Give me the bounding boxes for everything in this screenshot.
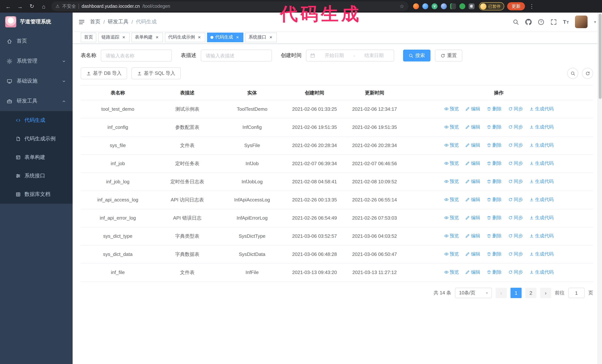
preview-link[interactable]: 预览 — [444, 141, 459, 149]
toggle-search-button[interactable] — [567, 68, 578, 79]
page-scrollbar[interactable] — [598, 13, 602, 364]
next-page-button[interactable]: › — [540, 288, 551, 298]
browser-forward-icon[interactable]: → — [16, 2, 24, 11]
generate-code-link[interactable]: 生成代码 — [530, 268, 554, 276]
browser-home-icon[interactable]: ⌂ — [39, 2, 48, 11]
sidebar-item-dev-tools[interactable]: 研发工具 — [0, 91, 73, 111]
edit-link[interactable]: 编辑 — [465, 250, 480, 258]
preview-link[interactable]: 预览 — [444, 250, 459, 258]
edit-link[interactable]: 编辑 — [465, 214, 480, 222]
sidebar-item-home[interactable]: 首页 — [0, 31, 73, 51]
sync-link[interactable]: 同步 — [508, 250, 523, 258]
sync-link[interactable]: 同步 — [508, 214, 523, 222]
breadcrumb-home[interactable]: 首页 — [90, 19, 100, 25]
browser-reload-icon[interactable]: ↻ — [27, 2, 36, 11]
sidebar-item-db-docs[interactable]: 数据库文档 — [0, 185, 73, 204]
tab-close-icon[interactable]: × — [121, 35, 126, 40]
prev-page-button[interactable]: ‹ — [496, 288, 507, 298]
github-icon[interactable] — [525, 19, 532, 25]
extension-icon-orange[interactable] — [413, 3, 419, 9]
edit-link[interactable]: 编辑 — [465, 232, 480, 240]
sync-link[interactable]: 同步 — [508, 141, 523, 149]
sync-link[interactable]: 同步 — [508, 159, 523, 167]
browser-back-icon[interactable]: ← — [4, 2, 13, 11]
tab-close-icon[interactable]: × — [154, 35, 160, 40]
generate-code-link[interactable]: 生成代码 — [530, 105, 554, 113]
view-tab[interactable]: 代码生成 × — [207, 32, 243, 42]
user-avatar[interactable] — [575, 16, 588, 28]
delete-link[interactable]: 删除 — [487, 268, 502, 276]
extension-icon-green[interactable] — [459, 3, 465, 9]
preview-link[interactable]: 预览 — [444, 268, 459, 276]
bookmark-star-icon[interactable]: ☆ — [399, 3, 404, 9]
avatar-caret-down-icon[interactable]: ▾ — [594, 20, 596, 24]
table-name-input[interactable] — [101, 50, 172, 62]
reset-button[interactable]: 重置 — [435, 50, 462, 62]
generate-code-link[interactable]: 生成代码 — [530, 123, 554, 131]
table-desc-input[interactable] — [201, 50, 272, 62]
edit-link[interactable]: 编辑 — [465, 123, 480, 131]
address-bar[interactable]: ⚠ 不安全 dashboard.yudao.iocoder.cn/tool/co… — [51, 1, 408, 11]
font-size-icon[interactable]: TT — [563, 19, 569, 25]
refresh-table-button[interactable] — [582, 68, 593, 79]
sync-link[interactable]: 同步 — [508, 105, 523, 113]
edit-link[interactable]: 编辑 — [465, 268, 480, 276]
delete-link[interactable]: 删除 — [487, 123, 502, 131]
page-size-select[interactable]: 10条/页 ▾ — [455, 288, 492, 298]
search-button[interactable]: 搜索 — [403, 50, 430, 62]
hamburger-icon[interactable] — [78, 19, 85, 25]
preview-link[interactable]: 预览 — [444, 196, 459, 204]
scrollbar-thumb[interactable] — [599, 14, 602, 99]
tab-close-icon[interactable]: × — [197, 35, 202, 40]
browser-update-button[interactable]: 更新 — [507, 2, 525, 10]
generate-code-link[interactable]: 生成代码 — [530, 141, 554, 149]
page-button-2[interactable]: 2 — [525, 288, 537, 298]
sidebar-item-system-api[interactable]: 系统接口 — [0, 167, 73, 185]
browser-menu-kebab-icon[interactable]: ⋮ — [528, 3, 536, 10]
preview-link[interactable]: 预览 — [444, 214, 459, 222]
preview-link[interactable]: 预览 — [444, 123, 459, 131]
edit-link[interactable]: 编辑 — [465, 196, 480, 204]
delete-link[interactable]: 删除 — [487, 105, 502, 113]
preview-link[interactable]: 预览 — [444, 105, 459, 113]
generate-code-link[interactable]: 生成代码 — [530, 177, 554, 186]
delete-link[interactable]: 删除 — [487, 214, 502, 222]
sidebar-item-infrastructure[interactable]: 基础设施 — [0, 71, 73, 91]
sync-link[interactable]: 同步 — [508, 268, 523, 276]
generate-code-link[interactable]: 生成代码 — [530, 196, 554, 204]
sidebar-item-system[interactable]: 系统管理 — [0, 51, 73, 71]
app-logo[interactable]: 芋道管理系统 — [0, 13, 73, 31]
sync-link[interactable]: 同步 — [508, 123, 523, 131]
goto-page-input[interactable] — [568, 288, 585, 298]
view-tab[interactable]: 系统接口 × — [245, 32, 277, 42]
extension-icon-vue-devtools[interactable]: V — [431, 3, 438, 9]
delete-link[interactable]: 删除 — [487, 196, 502, 204]
sync-link[interactable]: 同步 — [508, 177, 523, 186]
extensions-puzzle-icon[interactable] — [469, 3, 474, 9]
delete-link[interactable]: 删除 — [487, 177, 502, 186]
import-db-button[interactable]: 基于 DB 导入 — [81, 67, 127, 79]
delete-link[interactable]: 删除 — [487, 250, 502, 258]
generate-code-link[interactable]: 生成代码 — [530, 159, 554, 167]
preview-link[interactable]: 预览 — [444, 159, 459, 167]
preview-link[interactable]: 预览 — [444, 177, 459, 186]
delete-link[interactable]: 删除 — [487, 232, 502, 240]
view-tab[interactable]: 表单构建 × — [131, 32, 163, 42]
breadcrumb-dev-tools[interactable]: 研发工具 — [108, 19, 129, 25]
tab-close-icon[interactable]: × — [268, 35, 273, 40]
sync-link[interactable]: 同步 — [508, 196, 523, 204]
sync-link[interactable]: 同步 — [508, 232, 523, 240]
extension-icon-terminal[interactable] — [450, 3, 456, 9]
sidebar-item-codegen-example[interactable]: 代码生成示例 — [0, 130, 73, 148]
delete-link[interactable]: 删除 — [487, 159, 502, 167]
search-icon[interactable] — [513, 19, 519, 25]
edit-link[interactable]: 编辑 — [465, 159, 480, 167]
view-tab[interactable]: 首页 × — [81, 32, 96, 42]
import-sql-button[interactable]: 基于 SQL 导入 — [132, 67, 181, 79]
edit-link[interactable]: 编辑 — [465, 105, 480, 113]
sidebar-item-form-builder[interactable]: 表单构建 — [0, 148, 73, 167]
generate-code-link[interactable]: 生成代码 — [530, 214, 554, 222]
edit-link[interactable]: 编辑 — [465, 177, 480, 186]
delete-link[interactable]: 删除 — [487, 141, 502, 149]
edit-link[interactable]: 编辑 — [465, 141, 480, 149]
